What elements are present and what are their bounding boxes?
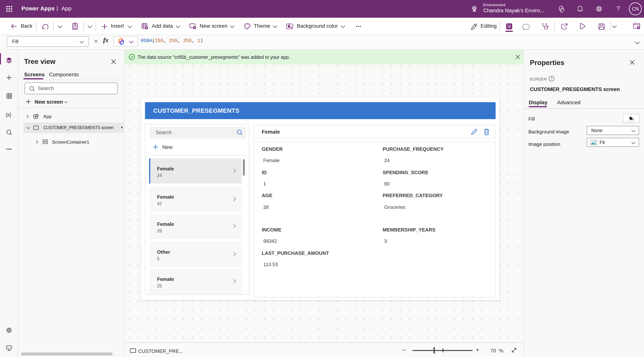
svg-text:?: ? — [550, 77, 552, 81]
